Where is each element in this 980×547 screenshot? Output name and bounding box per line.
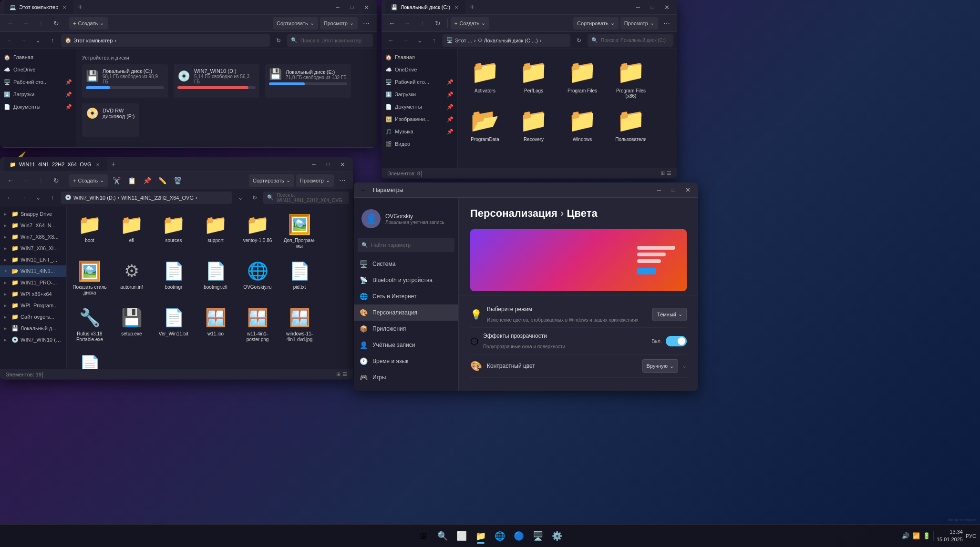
taskbar-settings-button[interactable]: ⚙️ [548,527,566,545]
cdrive-nav-recent[interactable]: ⌄ [414,35,425,46]
file-bootmgr-efi[interactable]: 📄 bootmgr.efi [196,257,235,300]
cdrive-sidebar-desktop[interactable]: 🖥️ Рабочий сто... 📌 [382,76,457,88]
taskbar-edge-button[interactable]: 🌐 [491,527,508,545]
nav-back-button[interactable]: ← [4,35,15,46]
ovg-back[interactable]: ← [4,174,17,187]
cdrive-more[interactable]: ⋯ [660,17,673,30]
cdrive-view[interactable]: Просмотр ⌄ [620,17,658,30]
file-support[interactable]: 📁 support [196,210,235,253]
tree-site[interactable]: ▶ 📁 Сайт ovgors... [0,311,66,323]
sidebar-item-downloads[interactable]: ⬇️ Загрузки 📌 [0,88,76,101]
file-w11-ico[interactable]: 🪟 w11.ico [196,304,235,346]
forward-button[interactable]: → [19,17,32,30]
view-list-icon2[interactable]: ☰ [342,371,347,377]
folder-program-files-x86[interactable]: 📁 Program Files (x86) [609,55,652,98]
tab-cdrive[interactable]: 💾 Локальный диск (C:) ✕ [385,0,465,14]
sort-button[interactable]: Сортировать ⌄ [273,17,318,30]
file-show-style[interactable]: 🖼️ Показать стиль диска [71,257,109,300]
ovg-nav-up[interactable]: ↑ [47,192,58,203]
cdrive-back[interactable]: ← [385,17,399,30]
file-dop-prog[interactable]: 🖼️ Доп_Програм-мы [280,210,319,253]
view-grid-icon2[interactable]: ⊞ [336,371,340,377]
search-box[interactable]: 🔍 Поиск в: Этот компьютер [287,34,373,47]
ovg-new-tab[interactable]: + [108,159,119,170]
cdrive-maximize[interactable]: □ [646,2,659,12]
settings-nav-network[interactable]: 🌐 Сеть и Интернет [354,288,458,304]
ovg-address-path[interactable]: 💿 WIN7_WIN10 (D:) › WIN11_4IN1_22H2_X64_… [61,192,232,204]
settings-nav-games[interactable]: 🎮 Игры [354,369,458,385]
cdrive-sidebar-video[interactable]: 🎬 Видео [382,138,457,150]
sidebar-item-home[interactable]: 🏠 Главная [0,51,76,63]
file-bootmgr[interactable]: 📄 bootmgr [155,257,193,300]
settings-nav-accounts[interactable]: 👤 Учётные записи [354,337,458,353]
cdrive-sidebar-docs[interactable]: 📄 Документы 📌 [382,101,457,113]
address-path[interactable]: 🏠 Этот компьютер › [61,34,270,47]
ovg-tab-close[interactable]: ✕ [94,161,101,168]
ovg-nav-refresh[interactable]: ↻ [249,192,260,203]
ovg-forward[interactable]: → [19,174,32,187]
folder-program-files[interactable]: 📁 Program Files [561,55,604,98]
ovg-refresh[interactable]: ↻ [50,174,63,187]
cdrive-sidebar-downloads[interactable]: ⬇️ Загрузки 📌 [382,88,457,101]
settings-back-button[interactable]: ← [358,184,369,196]
tab-ovg[interactable]: 📁 WIN11_4IN1_22H2_X64_OVG ✕ [4,157,107,172]
taskbar-chrome-button[interactable]: 🔵 [510,527,527,545]
cdrive-sort[interactable]: Сортировать ⌄ [573,17,619,30]
taskbar-start-button[interactable]: ⊞ [415,527,432,545]
cdrive-close[interactable]: ✕ [660,2,673,12]
ovg-copy[interactable]: 📋 [125,174,138,187]
file-rufus[interactable]: 🔧 Rufus v3.18 Portable.exe [71,304,109,346]
tree-win7-x86-xl[interactable]: ▶ 📁 WIN7_X86_Xl... [0,243,66,254]
mode-dropdown[interactable]: Тёмный ⌄ [652,308,687,321]
cdrive-up[interactable]: ↑ [416,17,429,30]
sidebar-item-documents[interactable]: 📄 Документы 📌 [0,101,76,113]
drive-c[interactable]: 💾 Локальный диск (C:) 68,1 ГБ свободно и… [82,64,168,98]
tab-this-computer[interactable]: 💻 Этот компьютер ✕ [4,0,73,14]
cdrive-forward[interactable]: → [401,17,414,30]
nav-up-button[interactable]: ↑ [47,35,58,46]
file-ventoy[interactable]: 📁 ventoy-1.0.86 [238,210,277,253]
cdrive-minimize[interactable]: ─ [631,2,645,12]
taskbar-terminal-button[interactable]: 🖥️ [529,527,547,545]
settings-maximize[interactable]: □ [667,185,680,195]
up-button[interactable]: ↑ [34,17,48,30]
ovg-close[interactable]: ✕ [336,160,349,169]
tree-win10[interactable]: ▶ 📁 WIN10_ENT_... [0,254,66,265]
cdrive-address-path[interactable]: 🖥️ Этот ... › ⊙ Локальный диск (C:...) › [443,34,570,47]
cdrive-refresh[interactable]: ↻ [431,17,444,30]
ovg-nav-forward[interactable]: → [18,192,30,203]
folder-activators[interactable]: 📁 Activators [464,55,506,98]
ovg-more[interactable]: ⋯ [336,174,349,187]
tree-snappy-drive[interactable]: ▶ 📁 Snappy Drive [0,208,66,220]
folder-programdata[interactable]: 📂 ProgramData [464,103,506,146]
cdrive-sidebar-onedrive[interactable]: ☁️ OneDrive [382,63,457,76]
tree-win11-pro[interactable]: ▶ 📁 WIN11_PRO-... [0,277,66,288]
nav-forward-button[interactable]: → [18,35,30,46]
cdrive-nav-refresh[interactable]: ↻ [573,35,585,46]
create-button[interactable]: + Создать ⌄ [69,17,108,30]
back-button[interactable]: ← [4,17,17,30]
tray-network-icon[interactable]: 📶 [912,532,920,539]
accent-dropdown[interactable]: Вручную ⌄ [642,359,678,373]
close-button[interactable]: ✕ [360,2,373,12]
settings-nav-bluetooth[interactable]: 📡 Bluetooth и устройства [354,272,458,288]
cdrive-search[interactable]: 🔍 Поиск в: Локальный диск (C:) [588,34,673,47]
ovg-search[interactable]: 🔍 Поиск в: WIN11_4IN1_22H2_X64_OVG [263,192,349,204]
file-efi[interactable]: 📁 efi [113,210,151,253]
taskbar-taskview-button[interactable]: ⬜ [453,527,470,545]
folder-perflogs[interactable]: 📁 PerfLogs [512,55,555,98]
tree-wpi-x86[interactable]: ▶ 📁 WPI x86+x64 [0,288,66,300]
language-display[interactable]: РУС [966,533,976,539]
ovg-delete[interactable]: 🗑️ [171,174,184,187]
tree-win7-win10[interactable]: ▶ 💿 WIN7_WIN10 (D...) [0,334,66,345]
file-windows-dvd[interactable]: 🪟 windows-11-4in1-dvd.jpg [280,304,319,346]
settings-nav-personalization[interactable]: 🎨 Персонализация [354,304,458,321]
ovg-up[interactable]: ↑ [34,174,48,187]
more-button[interactable]: ⋯ [360,17,373,30]
file-setup[interactable]: 💾 setup.exe [113,304,151,346]
settings-close[interactable]: ✕ [681,185,694,195]
view-list-icon[interactable]: ☰ [667,170,671,176]
taskbar-explorer-button[interactable]: 📁 [472,527,489,545]
ovg-nav-dropdown[interactable]: ⌄ [235,192,246,203]
folder-recovery[interactable]: 📁 Recovery [512,103,555,146]
